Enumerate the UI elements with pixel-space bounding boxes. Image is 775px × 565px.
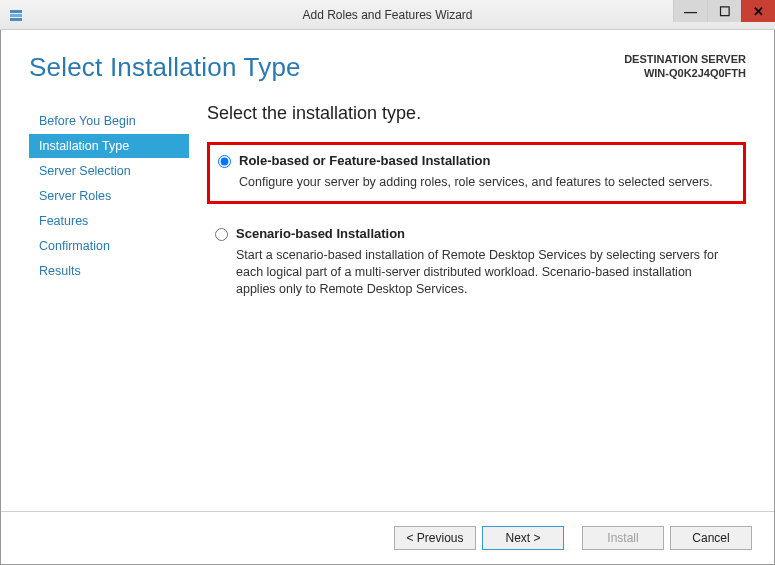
cancel-button[interactable]: Cancel (670, 526, 752, 550)
app-icon (8, 7, 24, 23)
sidebar-item-server-roles[interactable]: Server Roles (29, 184, 189, 208)
sidebar-item-before-you-begin[interactable]: Before You Begin (29, 109, 189, 133)
radio-label-role-based[interactable]: Role-based or Feature-based Installation (239, 153, 490, 168)
minimize-button[interactable]: — (673, 0, 707, 22)
sidebar-item-features[interactable]: Features (29, 209, 189, 233)
sidebar-item-installation-type[interactable]: Installation Type (29, 134, 189, 158)
next-button[interactable]: Next > (482, 526, 564, 550)
radio-row-role-based: Role-based or Feature-based Installation (218, 153, 731, 168)
window-title: Add Roles and Features Wizard (302, 8, 472, 22)
main-panel: Select the installation type. Role-based… (207, 103, 746, 501)
sidebar: Before You Begin Installation Type Serve… (29, 103, 189, 501)
previous-button[interactable]: < Previous (394, 526, 476, 550)
footer: < Previous Next > Install Cancel (1, 511, 774, 564)
sidebar-item-server-selection[interactable]: Server Selection (29, 159, 189, 183)
maximize-button[interactable]: ☐ (707, 0, 741, 22)
window-controls: — ☐ ✕ (673, 0, 775, 22)
svg-rect-2 (10, 18, 22, 21)
radio-desc-scenario-based: Start a scenario-based installation of R… (236, 247, 734, 298)
radio-desc-role-based: Configure your server by adding roles, r… (239, 174, 731, 191)
destination-name: WIN-Q0K2J4Q0FTH (624, 66, 746, 80)
option-scenario-based: Scenario-based Installation Start a scen… (207, 218, 746, 308)
content: Before You Begin Installation Type Serve… (1, 93, 774, 511)
option-role-based: Role-based or Feature-based Installation… (207, 142, 746, 204)
main-heading: Select the installation type. (207, 103, 746, 124)
page-title: Select Installation Type (29, 52, 301, 83)
sidebar-item-results[interactable]: Results (29, 259, 189, 283)
destination-label: DESTINATION SERVER (624, 52, 746, 66)
radio-label-scenario-based[interactable]: Scenario-based Installation (236, 226, 405, 241)
radio-scenario-based[interactable] (215, 228, 228, 241)
title-bar: Add Roles and Features Wizard — ☐ ✕ (0, 0, 775, 30)
sidebar-item-confirmation[interactable]: Confirmation (29, 234, 189, 258)
wizard-body: Select Installation Type DESTINATION SER… (0, 30, 775, 565)
install-button[interactable]: Install (582, 526, 664, 550)
svg-rect-0 (10, 10, 22, 13)
svg-rect-1 (10, 14, 22, 17)
close-button[interactable]: ✕ (741, 0, 775, 22)
radio-role-based[interactable] (218, 155, 231, 168)
header: Select Installation Type DESTINATION SER… (1, 30, 774, 93)
destination-server: DESTINATION SERVER WIN-Q0K2J4Q0FTH (624, 52, 746, 81)
radio-row-scenario-based: Scenario-based Installation (215, 226, 734, 241)
